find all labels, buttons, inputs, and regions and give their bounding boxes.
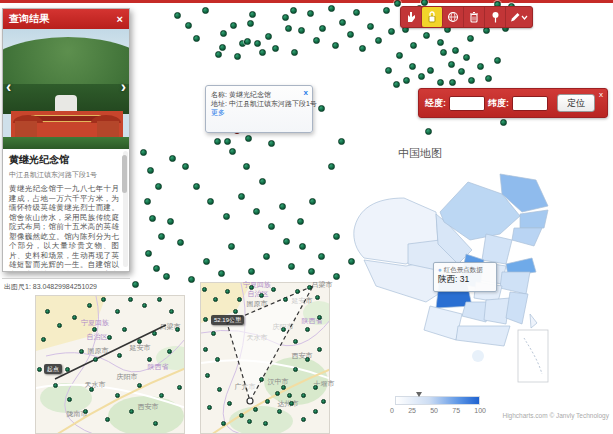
poi-marker[interactable] <box>265 33 272 40</box>
inset2-poi-marker[interactable] <box>203 317 208 322</box>
inset2-poi-marker[interactable] <box>289 401 294 406</box>
infowindow-close-icon[interactable]: x <box>304 88 308 97</box>
globe-button[interactable] <box>443 7 464 27</box>
poi-marker[interactable] <box>229 148 236 155</box>
poi-marker[interactable] <box>147 167 154 174</box>
pin-button[interactable] <box>485 7 506 27</box>
inset2-poi-marker[interactable] <box>275 391 280 396</box>
poi-marker[interactable] <box>403 77 410 84</box>
inset1-poi-marker[interactable] <box>129 409 134 414</box>
poi-marker[interactable] <box>463 54 470 61</box>
poi-marker[interactable] <box>245 135 252 142</box>
inset2-poi-marker[interactable] <box>293 367 298 372</box>
inset2-poi-marker[interactable] <box>227 401 232 406</box>
inset1-poi-marker[interactable] <box>137 339 142 344</box>
inset2-poi-marker[interactable] <box>315 295 320 300</box>
poi-marker[interactable] <box>332 42 339 49</box>
inset1-poi-marker[interactable] <box>83 409 88 414</box>
delete-button[interactable] <box>464 7 485 27</box>
inset1-poi-marker[interactable] <box>142 303 147 308</box>
inset2-poi-marker[interactable] <box>213 297 218 302</box>
poi-marker[interactable] <box>259 178 266 185</box>
poi-marker[interactable] <box>338 138 345 145</box>
poi-marker[interactable] <box>396 52 403 59</box>
poi-marker[interactable] <box>328 163 335 170</box>
inset2-poi-marker[interactable] <box>281 385 286 390</box>
inset2-poi-marker[interactable] <box>202 287 207 292</box>
poi-marker[interactable] <box>219 44 226 51</box>
inset1-poi-marker[interactable] <box>45 309 50 314</box>
poi-marker[interactable] <box>309 198 316 205</box>
inset2-poi-marker[interactable] <box>203 347 208 352</box>
province-shape[interactable] <box>424 306 462 340</box>
poi-marker[interactable] <box>458 68 465 75</box>
inset2-poi-marker[interactable] <box>207 405 212 410</box>
poi-marker[interactable] <box>483 27 490 34</box>
poi-marker[interactable] <box>149 215 156 222</box>
province-shape[interactable] <box>512 228 542 246</box>
inset1-poi-marker[interactable] <box>65 367 70 372</box>
poi-marker[interactable] <box>452 47 459 54</box>
poi-marker[interactable] <box>272 45 279 52</box>
poi-marker[interactable] <box>467 35 474 42</box>
draw-tool-button[interactable] <box>506 7 532 27</box>
inset2-poi-marker[interactable] <box>211 331 216 336</box>
inset1-poi-marker[interactable] <box>147 357 152 362</box>
poi-marker[interactable] <box>169 155 176 162</box>
poi-marker[interactable] <box>388 28 395 35</box>
poi-marker[interactable] <box>140 149 147 156</box>
poi-marker[interactable] <box>328 5 335 12</box>
poi-marker[interactable] <box>193 35 200 42</box>
inset1-poi-marker[interactable] <box>53 383 58 388</box>
poi-marker[interactable] <box>383 7 390 14</box>
inset2-poi-marker[interactable] <box>301 417 306 422</box>
poi-marker[interactable] <box>333 273 340 280</box>
inset2-poi-marker[interactable] <box>205 373 210 378</box>
inset1-poi-marker[interactable] <box>57 323 62 328</box>
poi-marker[interactable] <box>253 208 260 215</box>
poi-marker[interactable] <box>259 49 266 56</box>
inset1-poi-marker[interactable] <box>153 421 158 426</box>
marker-lock-button[interactable] <box>422 7 443 27</box>
poi-marker[interactable] <box>477 63 484 70</box>
inset1-poi-marker[interactable] <box>115 309 120 314</box>
inset1-poi-marker[interactable] <box>101 297 106 302</box>
inset2-poi-marker[interactable] <box>305 327 310 332</box>
poi-marker[interactable] <box>243 163 250 170</box>
poi-marker[interactable] <box>234 53 241 60</box>
color-axis-legend[interactable] <box>395 396 480 405</box>
poi-marker[interactable] <box>500 119 507 126</box>
poi-marker[interactable] <box>155 183 162 190</box>
inset2-poi-marker[interactable] <box>313 409 318 414</box>
poi-marker[interactable] <box>333 233 340 240</box>
inset2-poi-marker[interactable] <box>259 377 264 382</box>
poi-marker[interactable] <box>449 79 456 86</box>
inset1-poi-marker[interactable] <box>93 357 98 362</box>
inset2-poi-marker[interactable] <box>233 309 238 314</box>
inset2-poi-marker[interactable] <box>249 285 254 290</box>
poi-marker[interactable] <box>318 253 325 260</box>
photo-next-arrow[interactable]: › <box>121 79 126 95</box>
inset1-poi-marker[interactable] <box>105 417 110 422</box>
inset2-poi-marker[interactable] <box>287 393 292 398</box>
inset2-poi-marker[interactable] <box>221 421 226 426</box>
poi-marker[interactable] <box>393 81 400 88</box>
province-shape[interactable] <box>482 234 512 264</box>
poi-marker[interactable] <box>145 250 152 257</box>
poi-marker[interactable] <box>468 77 475 84</box>
poi-marker[interactable] <box>177 239 184 246</box>
inset2-poi-marker[interactable] <box>305 357 310 362</box>
inset1-poi-marker[interactable] <box>137 383 142 388</box>
poi-marker[interactable] <box>288 263 295 270</box>
inset2-poi-marker[interactable] <box>295 289 300 294</box>
poi-marker[interactable] <box>228 243 235 250</box>
inset2-poi-marker[interactable] <box>277 409 282 414</box>
poi-marker[interactable] <box>427 67 434 74</box>
inset1-poi-marker[interactable] <box>89 387 94 392</box>
poi-marker[interactable] <box>249 11 256 18</box>
province-shape[interactable] <box>500 272 530 294</box>
poi-marker[interactable] <box>223 213 230 220</box>
inset2-poi-marker[interactable] <box>293 339 298 344</box>
poi-marker[interactable] <box>203 258 210 265</box>
inset1-poi-marker[interactable] <box>87 303 92 308</box>
